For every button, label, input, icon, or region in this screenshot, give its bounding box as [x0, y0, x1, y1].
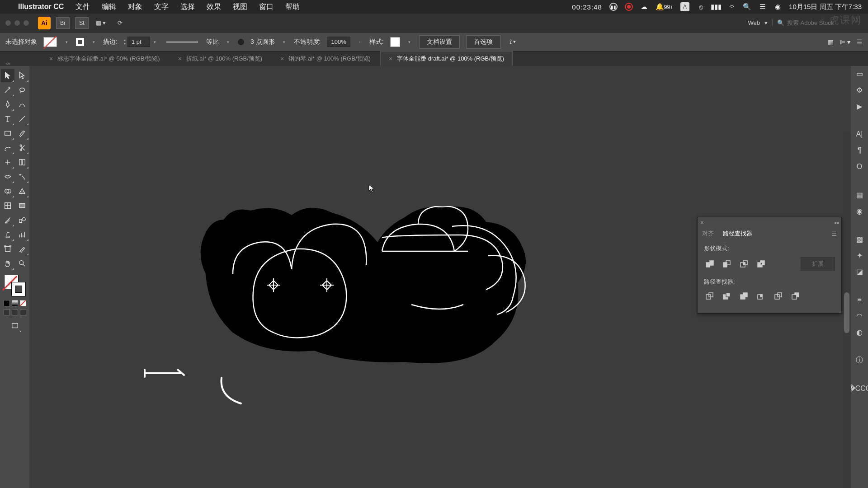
draw-modes[interactable] — [4, 309, 26, 315]
stroke-weight-value[interactable]: 1 pt — [127, 37, 150, 47]
draw-normal[interactable] — [4, 309, 10, 315]
intersect-icon[interactable] — [738, 258, 749, 269]
appearance-panel-icon[interactable]: ◉ — [854, 206, 864, 216]
profile-sample[interactable] — [166, 42, 198, 42]
menu-file[interactable]: 文件 — [75, 2, 90, 12]
brushes-panel-icon[interactable]: ✦ — [854, 250, 864, 260]
align-to-icon[interactable]: ⟟ ▾ — [509, 38, 516, 46]
mesh-tool[interactable] — [1, 199, 14, 212]
vertical-scrollbar[interactable] — [843, 132, 851, 488]
rectangle-tool[interactable] — [1, 127, 14, 140]
perspective-tool[interactable] — [15, 184, 29, 198]
document-setup-button[interactable]: 文档设置 — [419, 35, 460, 49]
info-panel-icon[interactable]: ⓘ — [854, 355, 864, 365]
paintbrush-tool[interactable] — [15, 127, 29, 140]
control-center-icon[interactable]: ☰ — [758, 3, 766, 11]
hand-tool[interactable] — [1, 257, 14, 270]
width-tool[interactable] — [1, 170, 14, 183]
type-tool[interactable] — [1, 112, 14, 126]
merge-icon[interactable] — [738, 291, 749, 301]
doc-tab-0[interactable]: ×标志字体全能番.ai* @ 50% (RGB/预览) — [41, 51, 168, 66]
transparency-panel-icon[interactable]: ◐ — [854, 327, 864, 337]
pen-tool[interactable] — [1, 98, 14, 111]
gradient-tool[interactable] — [15, 199, 29, 212]
style-swatch[interactable] — [390, 37, 400, 47]
record-icon[interactable] — [625, 3, 633, 11]
color-mode-solid[interactable] — [4, 300, 10, 306]
draw-inside[interactable] — [20, 309, 26, 315]
opentype-panel-icon[interactable]: O — [854, 162, 864, 172]
curvature-tool[interactable] — [15, 98, 29, 111]
doc-tab-3[interactable]: ×字体全能番 draft.ai* @ 100% (RGB/预览) — [380, 51, 513, 66]
minus-back-icon[interactable] — [790, 291, 801, 301]
bridge-icon[interactable]: Br — [56, 17, 70, 29]
menu-select[interactable]: 选择 — [180, 2, 195, 12]
window-controls[interactable] — [5, 20, 29, 26]
menu-edit[interactable]: 编辑 — [102, 2, 116, 12]
slice-tool[interactable] — [15, 242, 29, 256]
symbols-panel-icon[interactable]: ◪ — [854, 267, 864, 277]
siri-icon[interactable]: ◉ — [774, 3, 782, 11]
character-panel-icon[interactable]: A| — [854, 129, 864, 139]
panel-menu-icon[interactable]: ☰ — [857, 38, 863, 46]
graph-tool[interactable] — [15, 228, 29, 241]
lasso-tool[interactable] — [15, 83, 29, 97]
pathfinder-panel[interactable]: × ◂◂ 对齐 路径查找器 ☰ 形状模式: 扩展 路径查找器: — [697, 217, 842, 314]
stroke-swatch[interactable] — [76, 38, 84, 46]
trim-icon[interactable] — [721, 291, 732, 301]
line-tool[interactable] — [15, 112, 29, 126]
menu-view[interactable]: 视图 — [233, 2, 247, 12]
panel-menu-icon[interactable]: ☰ — [831, 230, 837, 237]
menu-window[interactable]: 窗口 — [259, 2, 274, 12]
shaper-tool[interactable] — [1, 141, 14, 155]
wechat-icon[interactable]: ☁ — [640, 3, 648, 11]
stroke-weight[interactable]: ▴▾ 1 pt ▾ — [124, 37, 158, 47]
scissors-tool[interactable] — [15, 141, 29, 155]
exclude-icon[interactable] — [755, 258, 766, 269]
shape-builder-tool[interactable] — [1, 184, 14, 198]
fill-swatch[interactable] — [43, 37, 57, 47]
app-name[interactable]: Illustrator CC — [18, 3, 64, 11]
stock-icon[interactable]: St — [75, 17, 89, 29]
tab-overflow-icon[interactable]: «« — [5, 61, 10, 66]
stroke-dd[interactable]: ▾ — [90, 37, 97, 47]
symbol-sprayer-tool[interactable] — [1, 228, 14, 241]
bluetooth-icon[interactable]: ⎋ — [697, 3, 705, 11]
pause-icon[interactable]: ▮▮ — [609, 3, 618, 11]
fill-stroke-control[interactable] — [4, 275, 26, 296]
transform-panel-icon[interactable]: ▦ — [828, 38, 834, 46]
reflect-tool[interactable] — [15, 155, 29, 169]
fill-dd[interactable]: ▾ — [63, 37, 70, 47]
transform-panel-icon[interactable]: ▦ — [854, 190, 864, 200]
spotlight-icon[interactable]: 🔍 — [743, 3, 751, 11]
collapse-icon[interactable]: ◂◂ — [834, 220, 839, 225]
profile-dd[interactable]: ▾ — [225, 37, 231, 47]
expand-button[interactable]: 扩展 — [801, 257, 835, 271]
scrollbar-thumb[interactable] — [844, 292, 849, 333]
gpu-preview-icon[interactable]: ⟳ — [113, 17, 127, 29]
artboard-tool[interactable] — [1, 242, 14, 256]
wifi-icon[interactable]: ⌔ — [727, 3, 736, 11]
free-transform-tool[interactable] — [15, 170, 29, 183]
battery-icon[interactable]: ▮▮▮ — [712, 3, 720, 11]
opacity-dd[interactable]: › — [357, 37, 363, 47]
doc-profile[interactable]: Web — [748, 19, 760, 26]
screen-mode-tool[interactable] — [8, 319, 22, 333]
close-icon[interactable]: × — [49, 55, 53, 62]
paragraph-panel-icon[interactable]: ¶ — [854, 145, 864, 155]
clock[interactable]: 10月15日 周五 下午7:33 — [789, 3, 862, 11]
input-method-icon[interactable]: A — [680, 2, 689, 11]
brush-dd[interactable]: ▾ — [281, 37, 288, 47]
close-icon[interactable]: × — [389, 55, 392, 62]
rotate-tool[interactable] — [1, 155, 14, 169]
color-mode-gradient[interactable] — [12, 300, 18, 306]
divide-icon[interactable] — [704, 291, 715, 301]
align-panel-icon[interactable]: ⊫ ▾ — [840, 38, 850, 46]
magic-wand-tool[interactable] — [1, 83, 14, 97]
close-icon[interactable]: × — [280, 55, 284, 62]
align-tab[interactable]: 对齐 — [702, 230, 714, 238]
brush-label[interactable]: 3 点圆形 — [250, 38, 275, 46]
doc-tab-2[interactable]: ×钢的琴.ai* @ 100% (RGB/预览) — [272, 51, 379, 66]
chevron-down-icon[interactable]: ▾ — [764, 19, 768, 26]
libraries-panel-icon[interactable]: ⚙ — [854, 85, 864, 95]
